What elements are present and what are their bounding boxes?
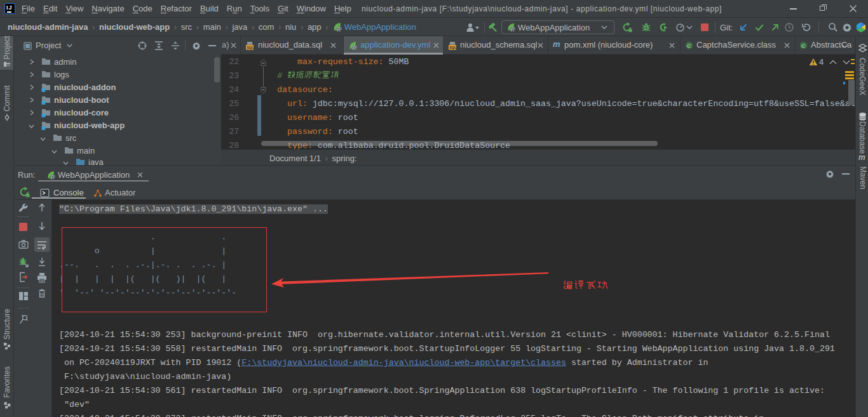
svg-text:SQL: SQL — [449, 46, 457, 50]
svg-text:C: C — [801, 43, 805, 49]
svg-text:C: C — [687, 43, 691, 49]
svg-text:SQL: SQL — [247, 46, 254, 50]
